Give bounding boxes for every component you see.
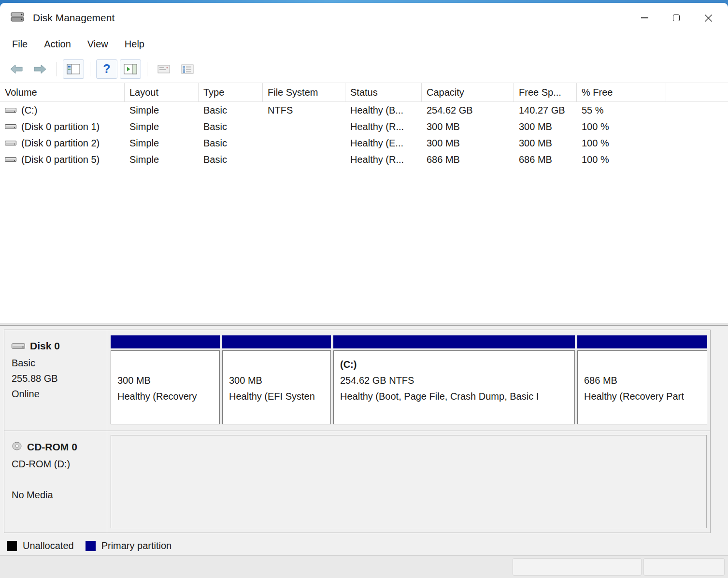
cell-layout: Simple: [125, 102, 199, 118]
disk0-info-panel[interactable]: Disk 0 Basic 255.88 GB Online: [4, 330, 107, 431]
properties-button[interactable]: [153, 59, 174, 79]
minimize-button[interactable]: [628, 3, 660, 33]
column-header-type[interactable]: Type: [199, 83, 263, 101]
disk-status: Online: [12, 386, 102, 402]
disk0-partitions: 300 MB Healthy (Recovery 300 MB Healthy …: [107, 330, 710, 431]
close-button[interactable]: [692, 3, 724, 33]
cell-pct-free: 100 %: [577, 135, 666, 151]
partition-color-bar: [577, 335, 707, 348]
legend-label: Primary partition: [101, 540, 172, 551]
menu-help[interactable]: Help: [116, 36, 153, 53]
maximize-icon: [673, 14, 680, 21]
column-header-layout[interactable]: Layout: [125, 83, 199, 101]
console-tree-button[interactable]: [63, 59, 84, 79]
hard-disk-icon: [12, 340, 25, 352]
cell-free-space: 300 MB: [514, 135, 577, 151]
cell-file-system: [263, 135, 345, 151]
cdrom-name: CD-ROM 0: [27, 441, 77, 453]
partition-size: 254.62 GB NTFS: [340, 373, 570, 389]
column-header-empty[interactable]: [666, 83, 728, 101]
cell-volume: (C:): [0, 102, 125, 118]
cell-free-space: 140.27 GB: [514, 102, 577, 118]
cell-status: Healthy (B...: [345, 102, 422, 118]
cell-pct-free: 55 %: [577, 102, 666, 118]
cell-pct-free: 100 %: [577, 151, 666, 168]
partition-label: [229, 357, 326, 373]
cell-pct-free: 100 %: [577, 118, 666, 135]
partition-details: 686 MB Healthy (Recovery Part: [577, 350, 707, 424]
help-button[interactable]: ?: [96, 59, 117, 79]
menu-action[interactable]: Action: [36, 36, 79, 53]
column-header-free-space[interactable]: Free Sp...: [514, 83, 577, 101]
window-title: Disk Management: [33, 12, 114, 24]
column-header-file-system[interactable]: File System: [263, 83, 345, 101]
partition-color-bar: [222, 335, 331, 348]
partition-size: 300 MB: [117, 373, 214, 389]
help-icon: ?: [103, 63, 110, 75]
console-tree-icon: [67, 64, 80, 74]
cell-capacity: 300 MB: [422, 118, 514, 135]
cell-free-space: 686 MB: [514, 151, 577, 168]
toolbar-separator: [57, 62, 57, 76]
column-header-pct-free[interactable]: % Free: [577, 83, 666, 101]
properties-icon: [157, 64, 170, 74]
volume-icon: [5, 107, 16, 113]
cell-file-system: NTFS: [263, 102, 345, 118]
volume-list-empty-area: [0, 168, 728, 323]
column-header-volume[interactable]: Volume: [0, 83, 125, 101]
legend-item-primary-partition: Primary partition: [86, 540, 172, 551]
forward-button[interactable]: [29, 59, 51, 79]
partition-efi[interactable]: 300 MB Healthy (EFI Systen: [222, 335, 331, 424]
menu-bar: File Action View Help: [0, 33, 728, 55]
close-icon: [704, 14, 713, 22]
cell-status: Healthy (R...: [345, 151, 422, 168]
legend-item-unallocated: Unallocated: [7, 540, 74, 551]
cell-status: Healthy (E...: [345, 135, 422, 151]
primary-partition-swatch: [86, 541, 96, 551]
partition-recovery-1[interactable]: 300 MB Healthy (Recovery: [111, 335, 220, 424]
cdrom-media-area[interactable]: [111, 435, 707, 528]
action-pane-button[interactable]: [120, 59, 141, 79]
volume-row-partition-1[interactable]: (Disk 0 partition 1) Simple Basic Health…: [0, 118, 728, 135]
cell-type: Basic: [199, 135, 263, 151]
status-bar: [0, 555, 728, 578]
partition-color-bar: [333, 335, 575, 348]
column-header-status[interactable]: Status: [345, 83, 422, 101]
action-pane-icon: [124, 64, 137, 74]
cell-volume: (Disk 0 partition 2): [0, 135, 125, 151]
disk0-row: Disk 0 Basic 255.88 GB Online 300 MB Hea…: [4, 330, 711, 431]
volume-row-c[interactable]: (C:) Simple Basic NTFS Healthy (B... 254…: [0, 102, 728, 118]
volume-row-partition-5[interactable]: (Disk 0 partition 5) Simple Basic Health…: [0, 151, 728, 168]
field-chooser-button[interactable]: [177, 59, 198, 79]
partition-c[interactable]: (C:) 254.62 GB NTFS Healthy (Boot, Page …: [333, 335, 575, 424]
partition-recovery-2[interactable]: 686 MB Healthy (Recovery Part: [577, 335, 707, 424]
cell-capacity: 686 MB: [422, 151, 514, 168]
partition-details: 300 MB Healthy (Recovery: [111, 350, 220, 424]
menu-view[interactable]: View: [79, 36, 116, 53]
partition-label: [584, 357, 702, 373]
volume-row-partition-2[interactable]: (Disk 0 partition 2) Simple Basic Health…: [0, 135, 728, 151]
cd-rom-icon: [12, 441, 22, 453]
partition-status: Healthy (Boot, Page File, Crash Dump, Ba…: [340, 389, 570, 405]
minimize-icon: [641, 17, 648, 18]
cell-volume: (Disk 0 partition 5): [0, 151, 125, 168]
partition-size: 300 MB: [229, 373, 326, 389]
cell-type: Basic: [199, 151, 263, 168]
partition-status: Healthy (EFI Systen: [229, 389, 326, 405]
cdrom-info-panel[interactable]: CD-ROM 0 CD-ROM (D:) No Media: [4, 431, 107, 533]
status-pane: [643, 558, 725, 576]
partition-label: (C:): [340, 357, 570, 373]
back-button[interactable]: [6, 59, 27, 79]
titlebar[interactable]: Disk Management: [0, 3, 728, 33]
toolbar: ?: [0, 55, 728, 83]
maximize-button[interactable]: [660, 3, 692, 33]
window-controls: [628, 3, 724, 33]
volume-icon: [5, 157, 16, 162]
partition-details: (C:) 254.62 GB NTFS Healthy (Boot, Page …: [333, 350, 575, 424]
legend-label: Unallocated: [23, 540, 74, 551]
cell-layout: Simple: [125, 118, 199, 135]
toolbar-separator: [147, 62, 147, 76]
menu-file[interactable]: File: [4, 36, 36, 53]
disk-size: 255.88 GB: [12, 371, 102, 386]
column-header-capacity[interactable]: Capacity: [422, 83, 514, 101]
